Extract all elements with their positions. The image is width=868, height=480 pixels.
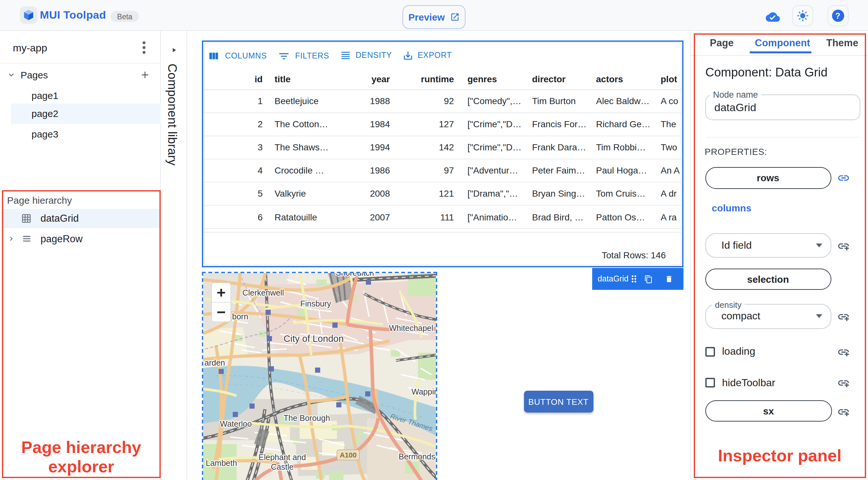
svg-text:The Borough: The Borough — [283, 414, 330, 422]
svg-text:City of London: City of London — [283, 333, 343, 344]
svg-text:arden: arden — [204, 358, 225, 367]
svg-text:A100: A100 — [340, 451, 356, 459]
svg-text:Waterloo: Waterloo — [220, 419, 251, 428]
svg-text:Finsbury: Finsbury — [300, 299, 331, 308]
svg-text:Whitechapel: Whitechapel — [389, 323, 433, 332]
svg-text:born: born — [232, 312, 248, 321]
svg-text:Wapping: Wapping — [411, 387, 436, 396]
svg-text:Shoreditch: Shoreditch — [335, 273, 374, 277]
svg-text:Lambeth: Lambeth — [206, 458, 237, 468]
svg-text:Castle: Castle — [271, 462, 293, 471]
svg-text:Clerkenwell: Clerkenwell — [242, 288, 283, 297]
svg-text:Bermondse: Bermondse — [398, 452, 436, 461]
svg-text:Elephant and: Elephant and — [258, 453, 305, 462]
